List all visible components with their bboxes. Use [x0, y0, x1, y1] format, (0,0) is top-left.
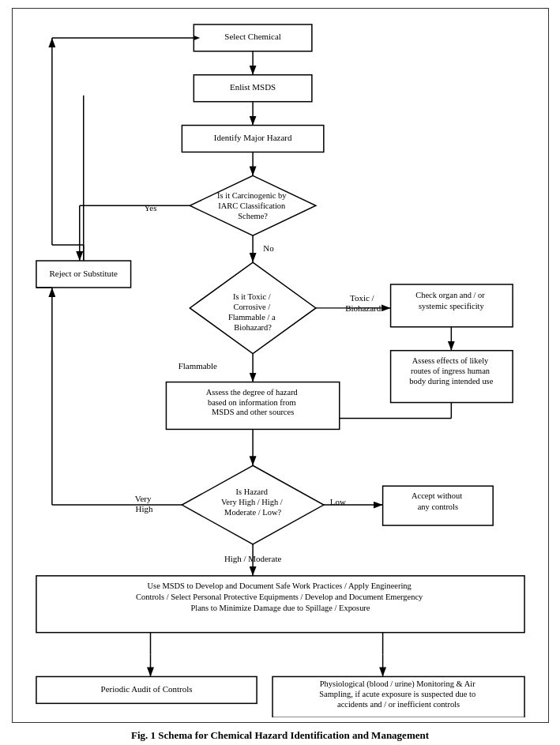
physiological-label: Physiological (blood / urine) Monitoring…: [319, 679, 478, 709]
assess-routes-label: Assess effects of likely routes of ingre…: [409, 356, 493, 386]
periodic-audit-label: Periodic Audit of Controls: [100, 684, 192, 694]
very-high-label: Very High: [134, 494, 152, 514]
toxic-label: Is it Toxic / Corrosive / Flammable / a …: [227, 292, 276, 332]
figure-caption: Fig. 1 Schema for Chemical Hazard Identi…: [131, 729, 429, 742]
no-label: No: [263, 243, 274, 253]
reject-substitute-label: Reject or Substitute: [49, 269, 118, 278]
diagram-container: Select Chemical Enlist MSDS Identify Maj…: [12, 8, 549, 723]
enlist-msds-label: Enlist MSDS: [230, 82, 276, 92]
yes-label: Yes: [144, 203, 156, 213]
flammable-label: Flammable: [178, 361, 216, 371]
identify-hazard-label: Identify Major Hazard: [213, 133, 291, 142]
toxic-biohazard-label: Toxic / Biohazard: [345, 292, 381, 312]
select-chemical-label: Select Chemical: [224, 32, 280, 41]
assess-degree-label: Assess the degree of hazard based on inf…: [205, 388, 299, 417]
